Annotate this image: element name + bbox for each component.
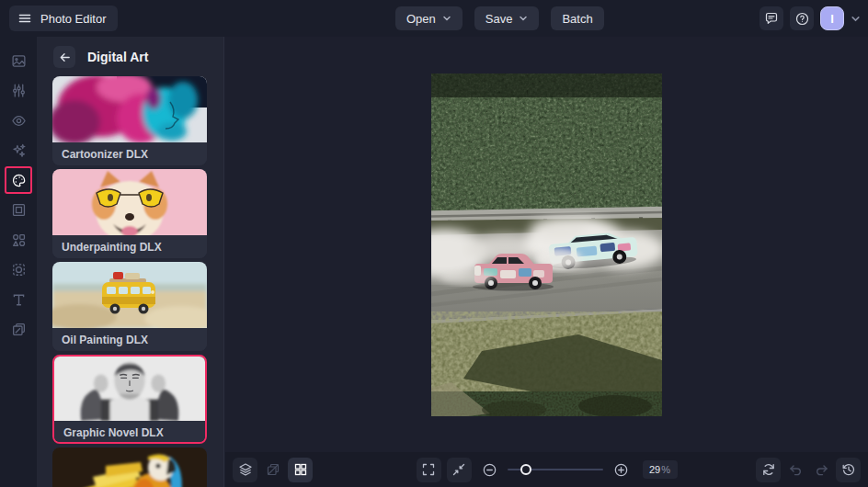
reset-button[interactable] — [756, 458, 781, 482]
zoom-slider[interactable] — [508, 463, 603, 476]
sidebar-item-overlays[interactable] — [5, 256, 32, 284]
undo-icon — [788, 462, 803, 477]
help-button[interactable] — [790, 6, 814, 30]
effect-card-parrot[interactable] — [52, 447, 207, 487]
adjust-sliders-icon — [11, 83, 27, 98]
effect-thumbnail — [52, 76, 207, 142]
sparkles-icon — [11, 142, 27, 158]
feedback-button[interactable] — [760, 6, 783, 30]
tools-sidebar — [0, 37, 37, 487]
effect-card-label: Underpainting DLX — [52, 235, 207, 258]
zoom-level-field[interactable]: 29% — [643, 460, 678, 479]
fit-screen-button[interactable] — [447, 458, 472, 482]
panel-title: Digital Art — [87, 50, 148, 64]
effect-card-cartoonizer-dlx[interactable]: Cartoonizer DLX — [52, 76, 207, 165]
palette-icon — [11, 173, 27, 188]
panel-header: Digital Art — [37, 37, 223, 76]
effect-thumbnail — [52, 447, 207, 487]
stamp-icon — [11, 262, 27, 277]
sidebar-item-edit[interactable] — [5, 47, 32, 74]
fullscreen-button[interactable] — [417, 458, 441, 482]
sidebar-item-graphics[interactable] — [5, 226, 32, 254]
arrow-left-icon — [59, 51, 71, 63]
history-icon — [841, 462, 856, 477]
effect-card-label: Oil Painting DLX — [52, 328, 207, 351]
compare-button[interactable] — [260, 458, 285, 482]
zoom-out-icon — [482, 462, 497, 478]
zoom-in-button[interactable] — [609, 458, 634, 482]
zoom-unit: % — [661, 464, 670, 475]
batch-button[interactable]: Batch — [551, 6, 603, 30]
overlap-squares-icon — [11, 322, 27, 337]
sidebar-item-adjust[interactable] — [5, 77, 32, 105]
frame-icon — [11, 202, 27, 218]
comment-icon — [764, 11, 779, 26]
eye-icon — [11, 113, 27, 129]
effect-thumbnail — [52, 262, 207, 328]
fullscreen-icon — [421, 462, 436, 477]
sidebar-item-touchup[interactable] — [5, 107, 32, 134]
hamburger-menu-icon — [17, 11, 32, 26]
redo-button[interactable] — [809, 458, 834, 482]
effect-card-underpainting-dlx[interactable]: Underpainting DLX — [52, 169, 207, 258]
chevron-down-icon — [519, 14, 528, 23]
layers-icon — [238, 462, 253, 477]
save-button[interactable]: Save — [474, 6, 540, 30]
shapes-icon — [11, 232, 27, 248]
zoom-out-button[interactable] — [477, 458, 502, 482]
effect-thumbnail — [52, 169, 207, 235]
text-icon — [11, 292, 27, 308]
account-menu-chevron[interactable] — [851, 14, 861, 24]
reset-icon — [761, 462, 776, 477]
compare-icon — [266, 462, 280, 477]
bottom-toolbar: 29% — [225, 452, 868, 487]
effect-card-graphic-novel-dlx[interactable]: Graphic Novel DLX — [52, 355, 207, 444]
chevron-down-icon — [442, 14, 451, 23]
zoom-value: 29 — [649, 464, 660, 475]
image-icon — [11, 53, 27, 69]
question-circle-icon — [794, 11, 810, 27]
effect-card-oil-painting-dlx[interactable]: Oil Painting DLX — [52, 262, 207, 351]
sidebar-item-effects[interactable] — [5, 137, 32, 164]
effect-card-label: Cartoonizer DLX — [52, 142, 207, 165]
canvas-area — [225, 37, 868, 452]
effect-card-label: Graphic Novel DLX — [54, 421, 205, 444]
fit-screen-icon — [451, 462, 466, 477]
effect-card-list: Cartoonizer DLX — [37, 76, 223, 487]
main-menu-button[interactable]: Photo Editor — [9, 6, 118, 31]
sidebar-item-textures[interactable] — [5, 316, 32, 344]
top-bar: Photo Editor Open Save Batch — [0, 0, 868, 37]
zoom-in-icon — [613, 462, 629, 478]
effect-thumbnail — [54, 357, 205, 421]
layers-button[interactable] — [233, 458, 257, 482]
undo-button[interactable] — [782, 458, 807, 482]
sidebar-item-text[interactable] — [5, 286, 32, 313]
canvas-image[interactable] — [431, 74, 662, 416]
sidebar-item-frames[interactable] — [5, 197, 32, 224]
back-button[interactable] — [53, 46, 75, 68]
zoom-slider-handle[interactable] — [520, 464, 531, 475]
open-button[interactable]: Open — [395, 6, 463, 30]
sidebar-item-artsy[interactable] — [5, 166, 32, 194]
app-title: Photo Editor — [40, 12, 107, 26]
grid-icon — [293, 462, 308, 477]
thumbnails-grid-button[interactable] — [288, 458, 313, 482]
user-avatar[interactable]: I — [820, 6, 844, 30]
history-button[interactable] — [836, 458, 861, 482]
redo-icon — [815, 462, 829, 477]
effects-panel: Digital Art — [37, 37, 224, 487]
